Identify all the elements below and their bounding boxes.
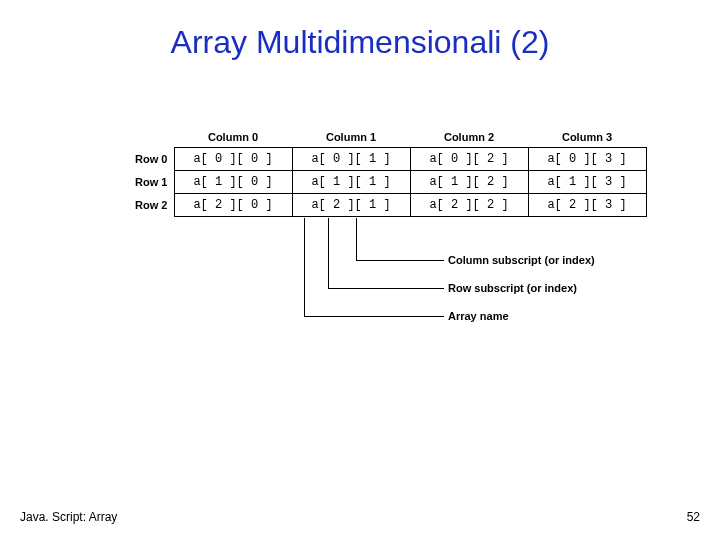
cell-1-2: a[ 1 ][ 2 ] [410,171,528,194]
page-number: 52 [687,510,700,524]
cell-1-3: a[ 1 ][ 3 ] [528,171,646,194]
cell-2-3: a[ 2 ][ 3 ] [528,194,646,217]
col-header-1: Column 1 [292,130,410,148]
cell-0-3: a[ 0 ][ 3 ] [528,148,646,171]
cell-0-1: a[ 0 ][ 1 ] [292,148,410,171]
col-header-3: Column 3 [528,130,646,148]
anno-label-colsub: Column subscript (or index) [448,254,595,266]
row-header-0: Row 0 [128,148,174,171]
page-title: Array Multidimensionali (2) [0,0,720,61]
footer-left: Java. Script: Array [20,510,117,524]
row-header-1: Row 1 [128,171,174,194]
cell-1-0: a[ 1 ][ 0 ] [174,171,292,194]
cell-2-0: a[ 2 ][ 0 ] [174,194,292,217]
anno-line-arrname-h [304,316,444,317]
blank-corner [128,130,174,148]
cell-0-0: a[ 0 ][ 0 ] [174,148,292,171]
anno-line-colsub-h [356,260,444,261]
anno-label-arrname: Array name [448,310,509,322]
anno-line-arrname-v [304,218,305,316]
cell-0-2: a[ 0 ][ 2 ] [410,148,528,171]
anno-line-colsub-v [356,218,357,260]
col-header-2: Column 2 [410,130,528,148]
anno-line-rowsub-v [328,218,329,288]
anno-label-rowsub: Row subscript (or index) [448,282,577,294]
array-table: Column 0 Column 1 Column 2 Column 3 Row … [128,130,647,217]
anno-line-rowsub-h [328,288,444,289]
cell-2-1: a[ 2 ][ 1 ] [292,194,410,217]
col-header-0: Column 0 [174,130,292,148]
cell-1-1: a[ 1 ][ 1 ] [292,171,410,194]
row-header-2: Row 2 [128,194,174,217]
cell-2-2: a[ 2 ][ 2 ] [410,194,528,217]
